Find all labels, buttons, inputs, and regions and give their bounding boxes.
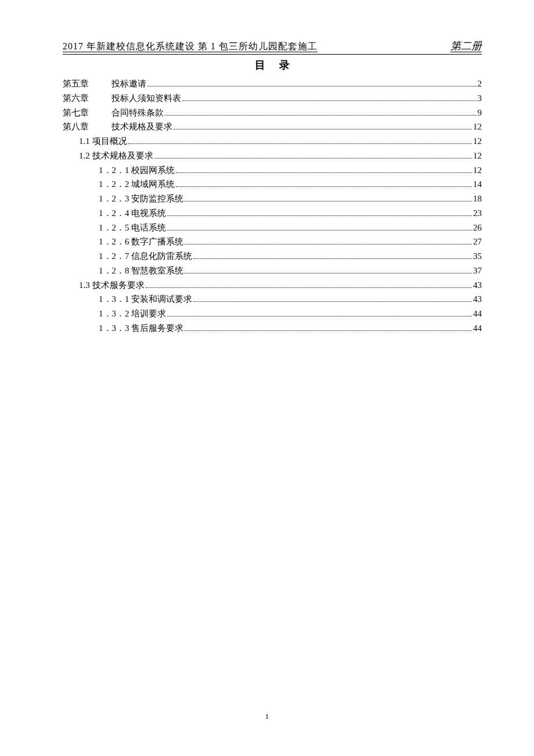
toc-entry: 1.3 技术服务要求43 <box>63 278 482 293</box>
toc-entry: 1.2 技术规格及要求12 <box>63 149 482 163</box>
toc-entry-text: 1．2．8 智慧教室系统 <box>99 264 183 278</box>
toc-entry: 1．2．8 智慧教室系统37 <box>63 264 482 278</box>
toc-leader-dots <box>167 230 472 231</box>
toc-entry-text: 1．3．3 售后服务要求 <box>99 321 183 336</box>
toc-page-number: 14 <box>473 177 482 192</box>
toc-chapter-label: 第七章 <box>63 106 109 120</box>
toc-entry: 1．2．4 电视系统23 <box>63 206 482 221</box>
toc-leader-dots <box>176 186 472 187</box>
toc-entry: 1．2．7 信息化防雷系统35 <box>63 249 482 264</box>
toc-leader-dots <box>176 172 472 173</box>
toc-entry: 1．3．2 培训要求44 <box>63 307 482 321</box>
toc-leader-dots <box>167 316 472 316</box>
toc-entry: 1．2．3 安防监控系统18 <box>63 192 482 206</box>
toc-entry-text: 1．2．4 电视系统 <box>99 206 166 221</box>
toc-page-number: 43 <box>473 278 482 293</box>
toc-entry-text: 合同特殊条款 <box>111 106 164 120</box>
toc-entry-text: 1.2 技术规格及要求 <box>79 149 153 163</box>
toc-container: 第五章投标邀请2第六章投标人须知资料表3第七章合同特殊条款9第八章技术规格及要求… <box>63 77 482 336</box>
toc-leader-dots <box>128 143 472 144</box>
page-header: 2017 年新建校信息化系统建设 第 1 包三所幼儿园配套施工 第二册 <box>63 39 482 55</box>
header-title-left: 2017 年新建校信息化系统建设 第 1 包三所幼儿园配套施工 <box>63 41 317 53</box>
toc-entry-text: 1．2．7 信息化防雷系统 <box>99 249 192 264</box>
toc-entry-text: 1．3．2 培训要求 <box>99 307 166 321</box>
toc-chapter-label: 第五章 <box>63 77 109 91</box>
toc-chapter-label: 第六章 <box>63 91 109 106</box>
toc-leader-dots <box>174 129 472 129</box>
toc-page-number: 27 <box>473 235 482 249</box>
toc-page-number: 12 <box>473 134 482 149</box>
toc-page-number: 3 <box>478 91 482 106</box>
toc-entry: 1．3．3 售后服务要求44 <box>63 321 482 336</box>
toc-entry: 1．2．5 电话系统26 <box>63 221 482 235</box>
toc-entry-text: 1．2．6 数字广播系统 <box>99 235 183 249</box>
toc-chapter-label: 第八章 <box>63 120 109 134</box>
toc-leader-dots <box>154 158 472 159</box>
toc-page-number: 12 <box>473 163 482 178</box>
document-page: 2017 年新建校信息化系统建设 第 1 包三所幼儿园配套施工 第二册 目录 第… <box>0 0 534 336</box>
toc-page-number: 23 <box>473 206 482 221</box>
toc-leader-dots <box>193 301 472 302</box>
toc-entry-text: 1.1 项目概况 <box>79 134 127 149</box>
toc-page-number: 9 <box>478 106 482 120</box>
toc-entry: 第六章投标人须知资料表3 <box>63 91 482 106</box>
toc-entry: 第五章投标邀请2 <box>63 77 482 91</box>
toc-leader-dots <box>165 115 477 116</box>
toc-page-number: 12 <box>473 149 482 163</box>
toc-leader-dots <box>147 86 477 87</box>
toc-page-number: 26 <box>473 221 482 235</box>
toc-entry: 第八章技术规格及要求12 <box>63 120 482 134</box>
toc-page-number: 2 <box>478 77 482 91</box>
toc-entry-text: 1．2．3 安防监控系统 <box>99 192 183 206</box>
toc-entry-text: 技术规格及要求 <box>111 120 172 134</box>
toc-entry-text: 1．2．5 电话系统 <box>99 221 166 235</box>
toc-page-number: 35 <box>473 249 482 264</box>
toc-leader-dots <box>146 287 472 288</box>
toc-leader-dots <box>167 215 472 216</box>
toc-page-number: 12 <box>473 120 482 134</box>
toc-entry-text: 投标人须知资料表 <box>111 91 181 106</box>
toc-leader-dots <box>185 244 472 244</box>
toc-entry: 1.1 项目概况12 <box>63 134 482 149</box>
toc-page-number: 18 <box>473 192 482 206</box>
toc-leader-dots <box>185 201 472 201</box>
toc-entry-text: 1．2．1 校园网系统 <box>99 163 175 178</box>
toc-entry: 1．2．1 校园网系统12 <box>63 163 482 178</box>
toc-leader-dots <box>185 273 472 273</box>
toc-leader-dots <box>182 100 477 101</box>
toc-entry: 1．2．6 数字广播系统27 <box>63 235 482 249</box>
toc-entry: 1．2．2 城域网系统14 <box>63 177 482 192</box>
toc-entry-text: 1.3 技术服务要求 <box>79 278 145 293</box>
toc-page-number: 37 <box>473 264 482 278</box>
toc-entry-text: 1．2．2 城域网系统 <box>99 177 175 192</box>
toc-page-number: 44 <box>473 307 482 321</box>
toc-entry-text: 1．3．1 安装和调试要求 <box>99 292 192 307</box>
toc-page-number: 44 <box>473 321 482 336</box>
toc-leader-dots <box>193 258 472 259</box>
toc-entry: 1．3．1 安装和调试要求43 <box>63 292 482 307</box>
header-title-right: 第二册 <box>450 39 482 53</box>
page-number: 1 <box>0 712 534 721</box>
toc-page-number: 43 <box>473 292 482 307</box>
toc-title: 目录 <box>63 58 482 72</box>
toc-entry: 第七章合同特殊条款9 <box>63 106 482 120</box>
toc-entry-text: 投标邀请 <box>111 77 146 91</box>
toc-leader-dots <box>185 330 472 331</box>
